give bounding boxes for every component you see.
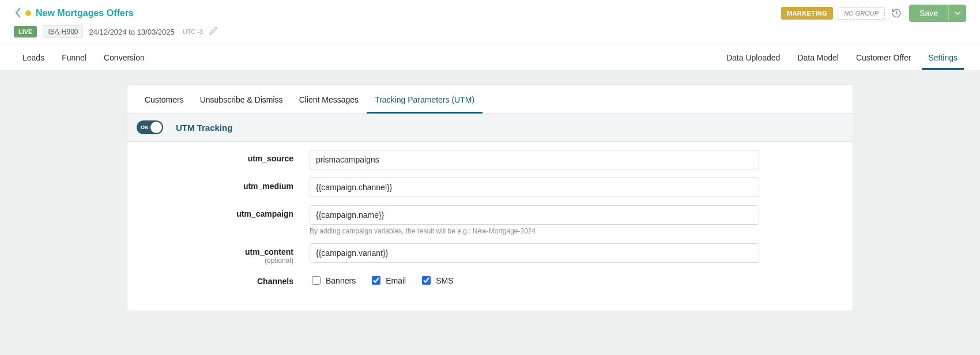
back-chevron-icon[interactable]	[14, 7, 22, 20]
settings-card: Customers Unsubscribe & Dismiss Client M…	[127, 84, 853, 311]
page-title: New Mortgages Offers	[36, 8, 134, 18]
campaign-tag[interactable]: ISA-H900	[43, 25, 83, 38]
subtab-tracking[interactable]: Tracking Parameters (UTM)	[367, 85, 483, 113]
channels-label: Channels	[257, 277, 293, 286]
panel-title: UTM Tracking	[176, 123, 232, 133]
utm-source-input[interactable]	[310, 150, 759, 169]
date-range: 24/12/2024 to 13/03/2025	[89, 28, 174, 36]
channel-banners-checkbox[interactable]	[312, 276, 321, 285]
marketing-badge[interactable]: MARKETING	[781, 7, 833, 20]
channel-sms-checkbox[interactable]	[422, 276, 431, 285]
status-dot-icon	[25, 10, 31, 16]
toggle-knob	[150, 122, 162, 133]
save-dropdown-button[interactable]	[948, 5, 966, 22]
history-icon[interactable]	[891, 7, 902, 19]
channel-banners-label: Banners	[326, 276, 356, 285]
tab-funnel[interactable]: Funnel	[53, 44, 95, 70]
tab-data-uploaded[interactable]: Data Uploaded	[718, 44, 789, 70]
tab-settings[interactable]: Settings	[919, 44, 966, 70]
utm-tracking-toggle[interactable]: ON	[137, 120, 163, 134]
utm-medium-label: utm_medium	[243, 182, 293, 191]
channel-email-checkbox[interactable]	[372, 276, 380, 285]
tab-leads[interactable]: Leads	[14, 44, 53, 70]
save-button[interactable]: Save	[909, 5, 948, 22]
save-button-group: Save	[909, 5, 966, 22]
tab-conversion[interactable]: Conversion	[95, 44, 153, 70]
channel-email-item[interactable]: Email	[370, 274, 406, 286]
utm-campaign-input[interactable]	[310, 205, 759, 225]
utm-content-sublabel: (optional)	[137, 256, 293, 265]
utc-offset: UTC -3	[183, 28, 203, 35]
no-group-badge[interactable]: NO GROUP	[838, 7, 885, 20]
utm-content-input[interactable]	[310, 243, 759, 263]
subtab-client-messages[interactable]: Client Messages	[291, 85, 367, 113]
utm-campaign-label: utm_campaign	[236, 209, 293, 218]
subtab-customers[interactable]: Customers	[137, 85, 192, 113]
utm-source-label: utm_source	[248, 154, 293, 163]
toggle-on-label: ON	[141, 124, 149, 130]
tab-data-model[interactable]: Data Model	[789, 44, 847, 70]
channel-email-label: Email	[386, 276, 406, 285]
channel-sms-label: SMS	[436, 276, 453, 285]
utm-campaign-help: By adding campaign variables, the result…	[310, 227, 759, 235]
pencil-icon[interactable]	[209, 27, 217, 37]
channel-sms-item[interactable]: SMS	[420, 274, 453, 286]
tab-customer-offer[interactable]: Customer Offer	[847, 44, 919, 70]
channel-banners-item[interactable]: Banners	[310, 274, 356, 286]
live-badge: LIVE	[14, 26, 37, 37]
subtab-unsubscribe[interactable]: Unsubscribe & Dismiss	[192, 85, 291, 113]
utm-content-label: utm_content	[245, 247, 293, 256]
utm-medium-input[interactable]	[310, 178, 759, 197]
